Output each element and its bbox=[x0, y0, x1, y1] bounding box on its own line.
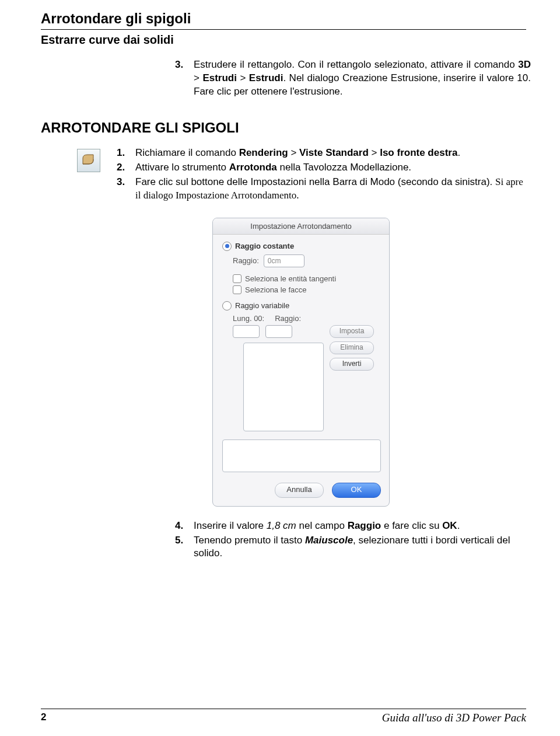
text: > bbox=[194, 72, 202, 83]
set-button[interactable]: Imposta bbox=[330, 325, 374, 338]
text: > bbox=[237, 72, 249, 83]
preview-box bbox=[222, 439, 381, 472]
text: Attivare lo strumento bbox=[135, 162, 229, 173]
radio-icon bbox=[222, 301, 232, 311]
field-name: Raggio bbox=[348, 520, 382, 531]
variable-list[interactable] bbox=[243, 343, 324, 431]
command: Estrudi bbox=[249, 72, 284, 83]
checkbox-label: Seleziona le facce bbox=[245, 285, 307, 294]
step-number: 5. bbox=[175, 534, 194, 561]
intro-step: 3. Estrudere il rettangolo. Con il retta… bbox=[175, 58, 531, 99]
check-tangent-entities[interactable]: Seleziona le entità tangenti bbox=[233, 274, 382, 283]
text: Inserire il valore bbox=[194, 520, 267, 531]
value: 1,8 cm bbox=[267, 520, 296, 531]
step-number: 3. bbox=[117, 176, 135, 203]
text: Fare clic sul bottone delle Impostazioni… bbox=[135, 176, 495, 187]
step-number: 2. bbox=[117, 161, 135, 175]
checkbox-icon bbox=[233, 274, 242, 283]
step-text: Inserire il valore 1,8 cm nel campo Ragg… bbox=[194, 519, 531, 533]
step-text: Attivare lo strumento Arrotonda nella Ta… bbox=[135, 161, 526, 175]
step-number: 4. bbox=[175, 519, 194, 533]
command: Arrotonda bbox=[229, 162, 277, 173]
command: Rendering bbox=[239, 147, 288, 158]
step-number: 3. bbox=[175, 58, 194, 99]
radio-label: Raggio variabile bbox=[235, 301, 289, 310]
radio-label: Raggio costante bbox=[235, 242, 294, 250]
text: > bbox=[288, 147, 299, 158]
text: nella Tavolozza Modellazione. bbox=[277, 162, 411, 173]
command: Iso fronte destra bbox=[380, 147, 457, 158]
radius-input[interactable] bbox=[264, 254, 304, 267]
step-text: Estrudere il rettangolo. Con il rettango… bbox=[194, 58, 531, 99]
button-name: OK bbox=[442, 520, 457, 531]
rounding-settings-dialog: Impostazione Arrotondamento Raggio costa… bbox=[212, 218, 390, 507]
step-text: Fare clic sul bottone delle Impostazioni… bbox=[135, 176, 526, 203]
key-name: Maiuscole bbox=[305, 535, 353, 546]
command: Estrudi bbox=[202, 72, 237, 83]
length-label: Lung. 00: bbox=[233, 314, 264, 323]
cancel-button[interactable]: Annulla bbox=[275, 483, 324, 498]
text: > bbox=[369, 147, 380, 158]
command: Viste Standard bbox=[299, 147, 369, 158]
divider bbox=[41, 29, 526, 30]
rounding-tool-icon bbox=[77, 149, 100, 172]
radio-constant-radius[interactable]: Raggio costante bbox=[222, 242, 382, 251]
text: . bbox=[457, 147, 460, 158]
check-faces[interactable]: Seleziona le facce bbox=[233, 285, 382, 294]
radius-label-2: Raggio: bbox=[275, 314, 301, 323]
divider bbox=[41, 709, 526, 709]
text: . bbox=[457, 520, 460, 531]
var-radius-input[interactable] bbox=[265, 325, 292, 338]
section-heading: ARROTONDARE GLI SPIGOLI bbox=[41, 120, 526, 136]
ok-button[interactable]: OK bbox=[332, 483, 381, 498]
breadcrumb-title: Arrotondare gli spigoli bbox=[41, 11, 526, 27]
guide-title: Guida all'uso di 3D Power Pack bbox=[382, 711, 526, 724]
radio-variable-radius[interactable]: Raggio variabile bbox=[222, 301, 382, 311]
step-number: 1. bbox=[117, 146, 135, 160]
text: e fare clic su bbox=[381, 520, 442, 531]
radius-label: Raggio: bbox=[233, 256, 259, 265]
text: nel campo bbox=[296, 520, 348, 531]
length-input[interactable] bbox=[233, 325, 260, 338]
invert-button[interactable]: Inverti bbox=[330, 358, 374, 371]
step-text: Tenendo premuto il tasto Maiuscole, sele… bbox=[194, 534, 531, 561]
text: Tenendo premuto il tasto bbox=[194, 535, 305, 546]
page-number: 2 bbox=[41, 711, 46, 724]
step-list: 1. Richiamare il comando Rendering > Vis… bbox=[117, 146, 526, 204]
dialog-title: Impostazione Arrotondamento bbox=[213, 218, 389, 235]
text: Estrudere il rettangolo. Con il rettango… bbox=[194, 59, 518, 70]
page-footer: 2 Guida all'uso di 3D Power Pack bbox=[41, 709, 526, 724]
radio-icon bbox=[222, 242, 232, 251]
command: 3D bbox=[518, 59, 531, 70]
step-text: Richiamare il comando Rendering > Viste … bbox=[135, 146, 526, 160]
text: Richiamare il comando bbox=[135, 147, 239, 158]
delete-button[interactable]: Elimina bbox=[330, 341, 374, 354]
checkbox-label: Seleziona le entità tangenti bbox=[245, 274, 336, 283]
breadcrumb-subtitle: Estrarre curve dai solidi bbox=[41, 33, 526, 47]
step-list-2: 4. Inserire il valore 1,8 cm nel campo R… bbox=[175, 519, 531, 561]
checkbox-icon bbox=[233, 285, 242, 294]
